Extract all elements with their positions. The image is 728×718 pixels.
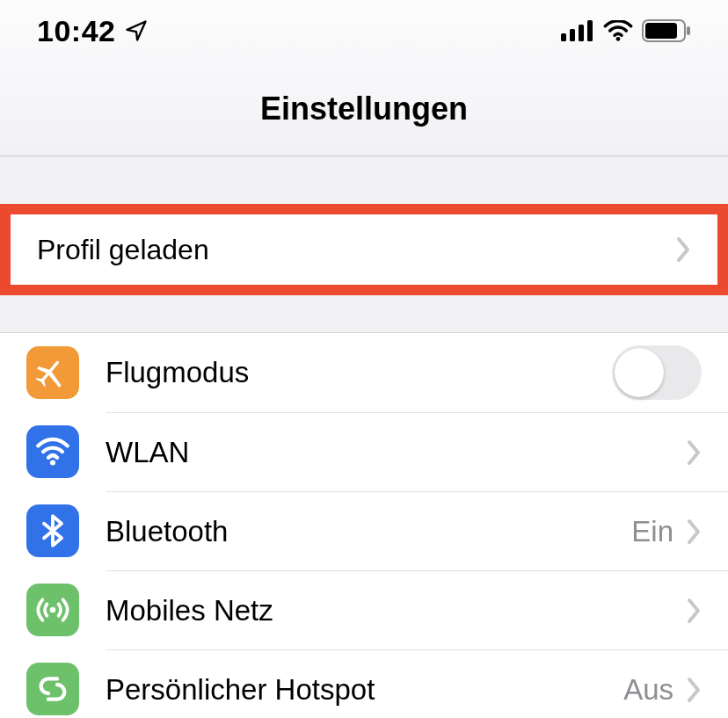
airplane-toggle[interactable] (612, 345, 702, 400)
svg-rect-2 (579, 25, 584, 41)
page-title-wrap: Einstellungen (0, 62, 728, 156)
svg-rect-3 (587, 20, 593, 41)
chevron-right-icon (686, 598, 702, 624)
row-label: Flugmodus (106, 356, 249, 389)
profile-loaded-row[interactable]: Profil geladen (11, 214, 717, 285)
bluetooth-icon (26, 504, 79, 557)
profile-loaded-label: Profil geladen (37, 234, 209, 266)
status-right (561, 19, 691, 42)
status-time: 10:42 (37, 14, 115, 48)
svg-point-8 (50, 461, 55, 466)
wifi-settings-icon (26, 425, 79, 478)
cellular-signal-icon (561, 20, 594, 41)
settings-group-connectivity: Flugmodus WLAN (0, 332, 728, 718)
page-title: Einstellungen (260, 91, 468, 127)
row-trail (673, 439, 702, 466)
svg-rect-6 (645, 23, 677, 39)
toggle-knob (615, 348, 664, 397)
row-label: Persönlicher Hotspot (106, 673, 375, 707)
row-trail: Ein (631, 515, 702, 548)
row-hotspot[interactable]: Persönlicher Hotspot Aus (0, 649, 728, 718)
row-trail (673, 598, 702, 624)
wifi-icon (603, 20, 633, 41)
profile-loaded-frame: Profil geladen (0, 204, 728, 295)
svg-rect-7 (687, 26, 690, 35)
row-label: Bluetooth (106, 515, 228, 548)
chevron-right-icon (675, 236, 691, 263)
row-value: Ein (631, 515, 673, 548)
row-cellular[interactable]: Mobiles Netz (0, 570, 728, 649)
row-wifi[interactable]: WLAN (0, 412, 728, 491)
row-label: Mobiles Netz (106, 594, 273, 627)
location-icon (124, 18, 149, 43)
chevron-right-icon (686, 677, 702, 703)
hotspot-icon (26, 663, 79, 715)
row-airplane-mode[interactable]: Flugmodus (0, 333, 728, 412)
row-bluetooth[interactable]: Bluetooth Ein (0, 491, 728, 570)
battery-icon (642, 19, 691, 42)
chevron-right-icon (686, 519, 702, 545)
chevron-right-icon (686, 439, 702, 466)
svg-point-4 (616, 37, 621, 41)
svg-rect-0 (561, 33, 566, 41)
cellular-icon (26, 584, 79, 636)
row-label: WLAN (106, 436, 189, 469)
svg-rect-1 (570, 29, 575, 41)
airplane-icon (26, 346, 79, 399)
row-value: Aus (623, 673, 673, 707)
status-left: 10:42 (37, 14, 149, 48)
profile-loaded-highlight: Profil geladen (0, 204, 728, 295)
svg-point-9 (50, 607, 56, 613)
row-trail: Aus (623, 673, 702, 707)
status-bar: 10:42 (0, 0, 728, 62)
